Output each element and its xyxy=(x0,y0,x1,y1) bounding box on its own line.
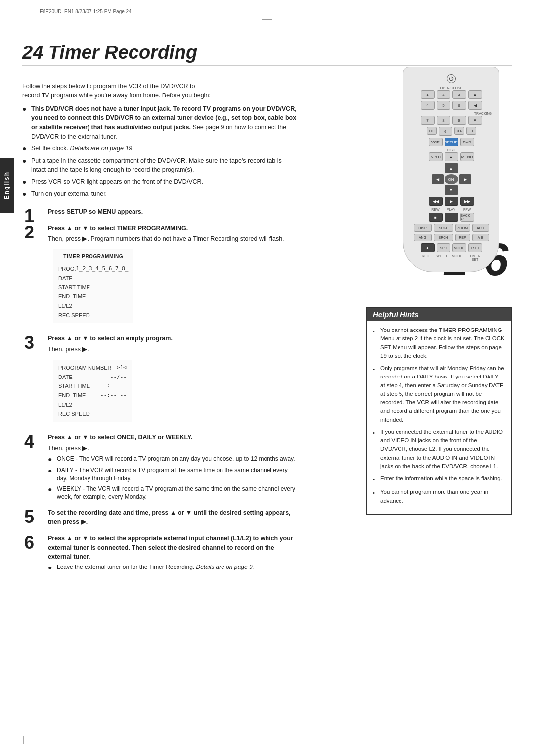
step-4-number: 4 xyxy=(24,433,34,451)
hint-1: • You cannot access the TIMER PROGRAMMIN… xyxy=(373,326,505,360)
step-4-sub3: ● WEEKLY - The VCR will record a TV prog… xyxy=(48,485,297,502)
step-3-instruction-bold: Press ▲ or ▼ to select an empty program. xyxy=(48,335,173,342)
btn-title[interactable]: TTL xyxy=(466,127,476,135)
power-button[interactable]: ⏻ xyxy=(447,74,456,83)
step-5-content: To set the recording date and time, pres… xyxy=(48,508,297,527)
display-row: DISP SUBT ZOOM AUD xyxy=(407,224,495,232)
nav-up[interactable]: ▲ xyxy=(445,163,458,173)
input-menu-row: INPUT ▲ MENU xyxy=(407,152,495,161)
hint-2: • Only programs that will air Monday-Fri… xyxy=(373,364,505,424)
btn-dvd[interactable]: DVD xyxy=(460,138,474,146)
remote-control: ⏻ OPEN/CLOSE 1 2 3 ▲ 4 5 6 ◀ TRACKING 7 … xyxy=(403,67,499,272)
bullet-1-text: This DVD/VCR does not have a tuner input… xyxy=(31,104,297,142)
bullet-dot-2: ● xyxy=(22,143,29,154)
program-number-box: PROGRAM NUMBER ⊳1⊲ DATE--/-- START TIME-… xyxy=(53,360,132,422)
btn-back[interactable]: BACK ↩ xyxy=(460,213,474,222)
btn-plus10[interactable]: +10 xyxy=(427,127,437,135)
btn-4[interactable]: 4 xyxy=(421,101,435,110)
remote-control-area: ⏻ OPEN/CLOSE 1 2 3 ▲ 4 5 6 ◀ TRACKING 7 … xyxy=(391,67,512,272)
btn-timer-set[interactable]: T.SET xyxy=(468,243,482,252)
hint-3: • If you connected the external tuner to… xyxy=(373,428,505,471)
stop-pause-row: ■ ⏸ BACK ↩ xyxy=(407,213,495,222)
btn-ffw[interactable]: ▶▶ xyxy=(460,197,474,206)
cross-top-decoration xyxy=(262,15,272,25)
btn-3[interactable]: 3 xyxy=(452,90,466,99)
hint-5: • You cannot program more than one year … xyxy=(373,488,505,505)
btn-subtitle[interactable]: SUBT xyxy=(434,224,453,232)
step-4-block: 4 Press ▲ or ▼ to select ONCE, DAILY or … xyxy=(43,433,297,501)
btn-repeat-ab[interactable]: A-B xyxy=(472,234,489,241)
btn-8[interactable]: 8 xyxy=(437,116,450,125)
file-info: E8E20UD_EN1 8/23/07 1:25 PM Page 24 xyxy=(40,9,132,14)
nav-right[interactable]: ▶ xyxy=(459,174,471,184)
bullet-dot-5: ● xyxy=(22,189,29,199)
btn-down-arrow-right[interactable]: ▼ xyxy=(468,116,482,125)
btn-speed[interactable]: SPD xyxy=(437,243,450,252)
num-row-2: 4 5 6 ◀ xyxy=(407,101,495,110)
btn-1[interactable]: 1 xyxy=(421,90,435,99)
step-3-number: 3 xyxy=(24,334,34,352)
btn-audio[interactable]: AUD xyxy=(472,224,489,232)
mode-row: VCR SETUP DVD xyxy=(407,138,495,146)
num-row-4: +10 0 CLR TTL xyxy=(407,127,495,136)
step-6-content: Press ▲ or ▼ to select the appropriate e… xyxy=(48,534,297,573)
btn-repeat1[interactable]: REP xyxy=(455,234,470,241)
btn-5[interactable]: 5 xyxy=(437,101,450,110)
nav-left[interactable]: ◀ xyxy=(432,174,444,184)
btn-clear[interactable]: CLR xyxy=(454,127,464,135)
btn-stop[interactable]: ■ xyxy=(429,213,443,222)
bullet-4-text: Press VCR so VCR light appears on the fr… xyxy=(31,177,203,187)
step-1-block: 1 Press SETUP so MENU appears. xyxy=(43,207,297,217)
bullet-3: ● Put a tape in the cassette compartment… xyxy=(22,156,297,175)
bullet-1: ● This DVD/VCR does not have a tuner inp… xyxy=(22,104,297,142)
open-close-label: OPEN/CLOSE xyxy=(407,86,495,90)
btn-zoom[interactable]: ZOOM xyxy=(455,224,470,232)
btn-9[interactable]: 9 xyxy=(452,116,466,125)
timer-programming-box: TIMER PROGRAMMING PROG.1̲2̲3̲4̲5̲6̲7̲8̲ … xyxy=(53,249,134,323)
step-4-instruction-bold: Press ▲ or ▼ to select ONCE, DAILY or WE… xyxy=(48,434,192,441)
btn-display[interactable]: DISP xyxy=(414,224,432,232)
rec-row: ● SPD MODE T.SET xyxy=(407,243,495,252)
step-6-block: 6 Press ▲ or ▼ to select the appropriate… xyxy=(43,534,297,573)
bullet-dot-3: ● xyxy=(22,156,29,166)
btn-mode[interactable]: MODE xyxy=(452,243,466,252)
btn-pause[interactable]: ⏸ xyxy=(445,213,458,222)
language-tab-label: English xyxy=(3,171,10,199)
bullet-2: ● Set the clock. Details are on page 19. xyxy=(22,144,297,154)
language-tab: English xyxy=(0,158,14,213)
btn-vcr[interactable]: VCR xyxy=(429,138,443,146)
hint-4: • Enter the information while the space … xyxy=(373,474,505,484)
btn-angle[interactable]: ANG xyxy=(414,234,432,241)
btn-rew[interactable]: ◀◀ xyxy=(429,197,443,206)
bullet-5-text: Turn on your external tuner. xyxy=(31,189,107,199)
bullet-dot-4: ● xyxy=(22,177,29,187)
step-4-content: Press ▲ or ▼ to select ONCE, DAILY or WE… xyxy=(48,433,297,501)
nav-cross: ▲ ◀ ON ▶ ▼ xyxy=(407,163,495,195)
bullet-5: ● Turn on your external tuner. xyxy=(22,189,297,199)
btn-up-nav-small[interactable]: ▲ xyxy=(445,152,458,161)
step-2-block: 2 Press ▲ or ▼ to select TIMER PROGRAMMI… xyxy=(43,224,297,328)
btn-7[interactable]: 7 xyxy=(421,116,435,125)
playback-labels: REW PLAY FFW xyxy=(407,208,495,212)
bullet-3-text: Put a tape in the cassette compartment o… xyxy=(31,156,297,175)
nav-down[interactable]: ▼ xyxy=(445,185,458,195)
btn-6[interactable]: 6 xyxy=(452,101,466,110)
step-5-number: 5 xyxy=(24,508,34,526)
btn-0[interactable]: 0 xyxy=(439,127,452,136)
btn-play[interactable]: ▶ xyxy=(445,197,458,206)
nav-ok[interactable]: ON xyxy=(445,174,458,184)
btn-menu[interactable]: MENU xyxy=(460,152,474,161)
bullet-dot-1: ● xyxy=(22,104,29,114)
step-6-sub1: ● Leave the external tuner on for the Ti… xyxy=(48,563,297,573)
btn-2[interactable]: 2 xyxy=(437,90,450,99)
intro-text: Follow the steps below to program the VC… xyxy=(22,82,297,100)
btn-up-arrow-right[interactable]: ▲ xyxy=(468,90,482,99)
rec-labels: REC SPEED MODE TIMER SET xyxy=(407,254,495,262)
btn-search[interactable]: SRCH xyxy=(434,234,453,241)
btn-setup[interactable]: SETUP xyxy=(445,138,458,146)
step-4-sub1: ● ONCE - The VCR will record a TV progra… xyxy=(48,455,297,465)
btn-left-arrow-right[interactable]: ◀ xyxy=(468,101,482,110)
btn-input[interactable]: INPUT xyxy=(429,152,443,161)
step-6-number: 6 xyxy=(24,534,34,552)
btn-rec[interactable]: ● xyxy=(421,243,435,252)
